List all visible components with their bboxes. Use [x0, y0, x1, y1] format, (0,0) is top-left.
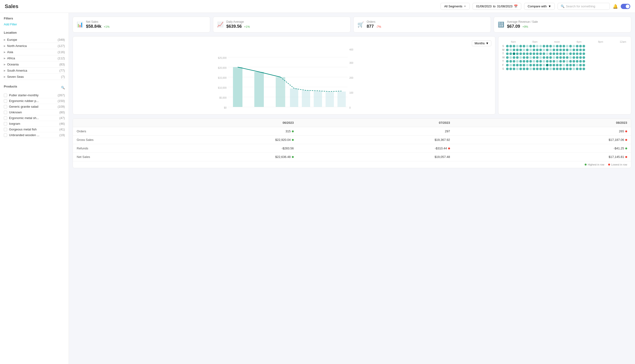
- location-section: Location ▶ Europe (349) ▶ North America …: [4, 31, 65, 80]
- highest-dot: [292, 130, 294, 132]
- search-icon[interactable]: 🔍: [61, 86, 65, 90]
- segment-dropdown[interactable]: All Segments ▼: [441, 3, 470, 10]
- dot: [526, 45, 529, 48]
- dot: [526, 64, 529, 66]
- dot: [526, 60, 529, 62]
- product-checkbox[interactable]: [4, 94, 7, 97]
- dot: [529, 60, 532, 62]
- dot: [509, 60, 512, 62]
- kpi-value: 877: [367, 24, 374, 29]
- calendar-icon: 📅: [514, 4, 518, 8]
- dot: [579, 60, 582, 62]
- products-list: Putler starter-monthly (267) Ergonomic r…: [4, 92, 65, 138]
- dot: [529, 52, 532, 55]
- dot: [543, 68, 545, 70]
- location-item[interactable]: ▶ North America (127): [4, 43, 65, 49]
- product-checkbox[interactable]: [4, 134, 7, 137]
- location-item[interactable]: ▶ Asia (116): [4, 49, 65, 55]
- kpi-icon: 📈: [217, 22, 224, 28]
- months-dropdown[interactable]: Months ▼: [472, 40, 491, 46]
- product-checkbox[interactable]: [4, 99, 7, 103]
- dot: [556, 45, 558, 48]
- table-cell: $17,187.06: [454, 136, 631, 144]
- chart-header: Months ▼: [77, 40, 491, 46]
- add-filter-button[interactable]: Add Filter: [4, 22, 65, 26]
- dot: [566, 68, 568, 70]
- product-checkbox[interactable]: [4, 111, 7, 114]
- dot: [546, 48, 549, 51]
- location-item[interactable]: ▶ Oceania (83): [4, 62, 65, 68]
- kpi-card: 🔢 Average Revenue / Sale $67.09 +9%: [494, 16, 631, 32]
- dot: [506, 64, 509, 66]
- date-range-picker[interactable]: 01/06/2023 to 31/08/2023 📅: [473, 3, 521, 10]
- data-table: 06/2023 07/2023 08/2023 Orders315297265G…: [73, 118, 631, 161]
- product-checkbox[interactable]: [4, 128, 7, 131]
- notification-bell-icon[interactable]: 🔔: [613, 4, 618, 9]
- page-title: Sales: [5, 3, 19, 10]
- dot: [559, 48, 562, 51]
- location-item[interactable]: ▶ Europe (349): [4, 37, 65, 43]
- dot-row-dots: [506, 60, 627, 62]
- svg-text:$10,000: $10,000: [218, 86, 227, 89]
- table-header-label: [73, 118, 120, 127]
- dot: [553, 60, 555, 62]
- charts-row: Months ▼ $0 $5,000 $10,000 $15,000 $20,0…: [73, 36, 631, 114]
- dot: [519, 68, 522, 70]
- dot: [533, 52, 535, 55]
- product-checkbox[interactable]: [4, 105, 7, 108]
- kpi-row: 📊 Net Sales $58.84k +1% 📈 Daily Average …: [73, 16, 631, 32]
- product-checkbox[interactable]: [4, 116, 7, 120]
- dot: [576, 64, 578, 66]
- dot: [513, 52, 515, 55]
- dot: [572, 52, 575, 55]
- search-box[interactable]: 🔍 Search for something: [558, 3, 610, 10]
- kpi-label: Daily Average: [226, 20, 250, 24]
- dot: [536, 45, 539, 48]
- table-cell: $19,057.48: [298, 153, 454, 161]
- table-row: Refunds-$283.56-$310.44-$41.25: [73, 144, 631, 153]
- dot-row-day-label: S: [502, 44, 506, 48]
- svg-text:400: 400: [349, 48, 353, 51]
- dot: [516, 60, 519, 62]
- dot: [523, 48, 525, 51]
- products-title: Products: [4, 85, 17, 88]
- table-legend: Highest in row Lowest in row: [73, 161, 631, 168]
- product-checkbox[interactable]: [4, 122, 7, 126]
- chevron-right-icon: ▶: [4, 63, 6, 66]
- dot: [556, 64, 558, 66]
- location-item[interactable]: ▶ South America (77): [4, 68, 65, 74]
- search-icon: 🔍: [561, 4, 564, 8]
- location-item[interactable]: ▶ Africa (112): [4, 55, 65, 62]
- svg-rect-21: [302, 90, 310, 107]
- dot: [572, 45, 575, 48]
- dot: [539, 52, 542, 55]
- dot: [549, 56, 552, 59]
- dot: [536, 48, 539, 51]
- table-row: Gross Sales$22,920.04$19,367.92$17,187.0…: [73, 136, 631, 144]
- table-row-label: Orders: [73, 127, 120, 136]
- chevron-down-icon: ▼: [486, 42, 489, 45]
- dot: [529, 45, 532, 48]
- dot: [523, 60, 525, 62]
- dot: [579, 45, 582, 48]
- dot: [563, 56, 565, 59]
- table-cell: 297: [298, 127, 454, 136]
- dot: [576, 48, 578, 51]
- dot: [576, 68, 578, 70]
- product-item: Ergonomic rubber p... (150): [4, 98, 65, 104]
- compare-dropdown[interactable]: Compare with ▼: [524, 3, 555, 10]
- dot: [523, 64, 525, 66]
- dot: [572, 48, 575, 51]
- dot: [536, 56, 539, 59]
- dot: [563, 68, 565, 70]
- location-item[interactable]: ▶ Seven Seas (7): [4, 74, 65, 80]
- dot: [513, 60, 515, 62]
- dot: [523, 45, 525, 48]
- dot: [533, 60, 535, 62]
- dot: [536, 68, 539, 70]
- dot: [576, 56, 578, 59]
- dot: [526, 68, 529, 70]
- theme-toggle[interactable]: [621, 4, 630, 9]
- dot: [553, 45, 555, 48]
- table-cell: 265: [454, 127, 631, 136]
